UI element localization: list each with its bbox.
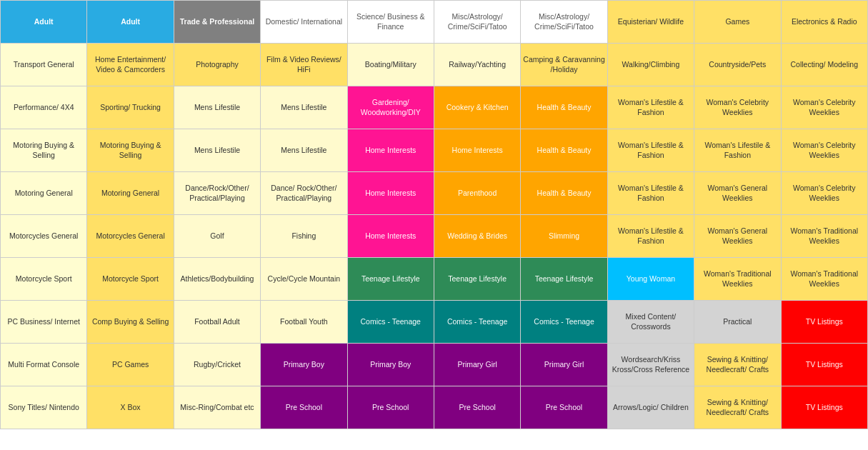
table-row: PC Business/ InternetComp Buying & Selli… <box>1 301 868 344</box>
cell-r3-c8: Woman's General Weeklies <box>694 172 781 215</box>
cell-r5-c8: Woman's Traditional Weeklies <box>694 258 781 301</box>
category-table: AdultAdultTrade & ProfessionalDomestic/ … <box>0 0 868 429</box>
cell-r3-c6: Health & Beauty <box>521 172 607 215</box>
cell-r5-c9: Woman's Traditional Weeklies <box>781 258 867 301</box>
cell-r8-c8: Sewing & Knitting/ Needlecraft/ Crafts <box>694 386 781 429</box>
cell-r7-c9: TV Listings <box>781 344 867 386</box>
cell-r5-c2: Athletics/Bodybuilding <box>174 258 260 301</box>
cell-r5-c4: Teenage Lifestyle <box>347 258 434 301</box>
cell-r0-c6: Camping & Caravanning /Holiday <box>521 44 607 86</box>
cell-r2-c7: Woman's Lifestile & Fashion <box>607 129 694 172</box>
header-col-5: Misc/Astrology/ Crime/SciFi/Tatoo <box>434 1 520 44</box>
cell-r1-c9: Woman's Celebrity Weeklies <box>781 86 867 129</box>
header-col-0: Adult <box>1 1 87 44</box>
table-row: Multi Format ConsolePC GamesRugby/Cricke… <box>1 344 868 386</box>
cell-r8-c1: X Box <box>87 386 174 429</box>
cell-r2-c3: Mens Lifestile <box>261 129 347 172</box>
cell-r7-c3: Primary Boy <box>261 344 347 386</box>
cell-r6-c9: TV Listings <box>781 301 867 344</box>
cell-r6-c0: PC Business/ Internet <box>1 301 87 344</box>
cell-r0-c0: Transport General <box>1 44 87 86</box>
header-col-9: Electronics & Radio <box>781 1 867 44</box>
cell-r1-c7: Woman's Lifestile & Fashion <box>607 86 694 129</box>
header-col-7: Equisterian/ Wildlife <box>607 1 694 44</box>
cell-r0-c9: Collecting/ Modeling <box>781 44 867 86</box>
cell-r7-c8: Sewing & Knitting/ Needlecraft/ Crafts <box>694 344 781 386</box>
cell-r0-c5: Railway/Yachting <box>434 44 520 86</box>
cell-r5-c3: Cycle/Cycle Mountain <box>261 258 347 301</box>
cell-r3-c1: Motoring General <box>87 172 174 215</box>
cell-r6-c8: Practical <box>694 301 781 344</box>
cell-r8-c2: Misc-Ring/Combat etc <box>174 386 260 429</box>
cell-r6-c1: Comp Buying & Selling <box>87 301 174 344</box>
cell-r8-c0: Sony Titles/ Nintendo <box>1 386 87 429</box>
header-col-6: Misc/Astrology/ Crime/SciFi/Tatoo <box>521 1 607 44</box>
table-row: Motorcycles GeneralMotorcycles GeneralGo… <box>1 215 868 258</box>
cell-r6-c7: Mixed Content/ Crosswords <box>607 301 694 344</box>
cell-r5-c1: Motorcycle Sport <box>87 258 174 301</box>
table-row: Sony Titles/ NintendoX BoxMisc-Ring/Comb… <box>1 386 868 429</box>
header-col-4: Science/ Business & Finance <box>347 1 434 44</box>
cell-r2-c0: Motoring Buying & Selling <box>1 129 87 172</box>
cell-r2-c5: Home Interests <box>434 129 520 172</box>
cell-r5-c6: Teenage Lifestyle <box>521 258 607 301</box>
cell-r4-c4: Home Interests <box>347 215 434 258</box>
cell-r5-c0: Motorcycle Sport <box>1 258 87 301</box>
cell-r1-c5: Cookery & Kitchen <box>434 86 520 129</box>
cell-r3-c9: Woman's Celebrity Weeklies <box>781 172 867 215</box>
cell-r6-c6: Comics - Teenage <box>521 301 607 344</box>
cell-r5-c5: Teenage Lifestyle <box>434 258 520 301</box>
cell-r4-c8: Woman's General Weeklies <box>694 215 781 258</box>
cell-r4-c2: Golf <box>174 215 260 258</box>
cell-r1-c1: Sporting/ Trucking <box>87 86 174 129</box>
cell-r3-c0: Motoring General <box>1 172 87 215</box>
cell-r1-c0: Performance/ 4X4 <box>1 86 87 129</box>
cell-r1-c2: Mens Lifestile <box>174 86 260 129</box>
cell-r8-c3: Pre School <box>261 386 347 429</box>
cell-r0-c1: Home Entertainment/ Video & Camcorders <box>87 44 174 86</box>
cell-r1-c6: Health & Beauty <box>521 86 607 129</box>
cell-r2-c1: Motoring Buying & Selling <box>87 129 174 172</box>
cell-r8-c6: Pre School <box>521 386 607 429</box>
table-row: Motoring GeneralMotoring GeneralDance/Ro… <box>1 172 868 215</box>
cell-r7-c2: Rugby/Cricket <box>174 344 260 386</box>
table-row: Transport GeneralHome Entertainment/ Vid… <box>1 44 868 86</box>
cell-r2-c2: Mens Lifestile <box>174 129 260 172</box>
cell-r3-c2: Dance/Rock/Other/ Practical/Playing <box>174 172 260 215</box>
cell-r6-c2: Football Adult <box>174 301 260 344</box>
cell-r3-c7: Woman's Lifestile & Fashion <box>607 172 694 215</box>
cell-r0-c4: Boating/Military <box>347 44 434 86</box>
cell-r4-c1: Motorcycles General <box>87 215 174 258</box>
cell-r1-c8: Woman's Celebrity Weeklies <box>694 86 781 129</box>
cell-r0-c8: Countryside/Pets <box>694 44 781 86</box>
header-col-3: Domestic/ International <box>261 1 347 44</box>
table-row: Motoring Buying & SellingMotoring Buying… <box>1 129 868 172</box>
cell-r0-c2: Photography <box>174 44 260 86</box>
cell-r6-c4: Comics - Teenage <box>347 301 434 344</box>
cell-r2-c4: Home Interests <box>347 129 434 172</box>
cell-r8-c5: Pre School <box>434 386 520 429</box>
cell-r6-c3: Football Youth <box>261 301 347 344</box>
cell-r5-c7: Young Woman <box>607 258 694 301</box>
cell-r1-c4: Gardening/ Woodworking/DIY <box>347 86 434 129</box>
table-row: Performance/ 4X4Sporting/ TruckingMens L… <box>1 86 868 129</box>
cell-r2-c8: Woman's Lifestile & Fashion <box>694 129 781 172</box>
cell-r6-c5: Comics - Teenage <box>434 301 520 344</box>
cell-r2-c9: Woman's Celebrity Weeklies <box>781 129 867 172</box>
main-grid: AdultAdultTrade & ProfessionalDomestic/ … <box>0 0 868 429</box>
cell-r4-c5: Wedding & Brides <box>434 215 520 258</box>
cell-r4-c7: Woman's Lifestile & Fashion <box>607 215 694 258</box>
cell-r8-c4: Pre School <box>347 386 434 429</box>
cell-r4-c0: Motorcycles General <box>1 215 87 258</box>
header-col-2: Trade & Professional <box>174 1 260 44</box>
cell-r4-c3: Fishing <box>261 215 347 258</box>
cell-r0-c7: Walking/Climbing <box>607 44 694 86</box>
cell-r3-c3: Dance/ Rock/Other/ Practical/Playing <box>261 172 347 215</box>
cell-r0-c3: Film & Video Reviews/HiFi <box>261 44 347 86</box>
cell-r4-c6: Slimming <box>521 215 607 258</box>
cell-r4-c9: Woman's Traditional Weeklies <box>781 215 867 258</box>
cell-r7-c5: Primary Girl <box>434 344 520 386</box>
cell-r7-c7: Wordsearch/Kriss Kross/Cross Reference <box>607 344 694 386</box>
cell-r2-c6: Health & Beauty <box>521 129 607 172</box>
cell-r8-c9: TV Listings <box>781 386 867 429</box>
